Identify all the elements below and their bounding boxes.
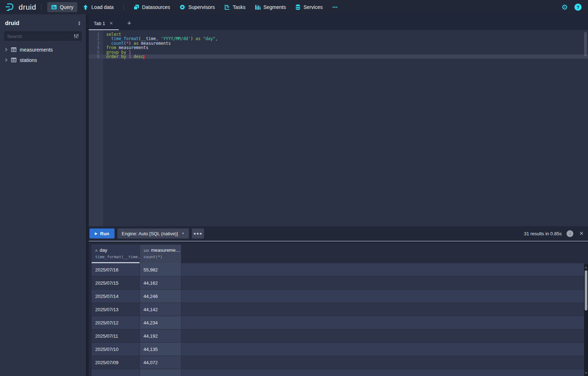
table-row[interactable]: 2025/07/1244,234 xyxy=(92,316,584,329)
cell-measurements[interactable]: 44,142 xyxy=(140,303,181,316)
datasources-icon xyxy=(133,4,139,10)
close-results-icon[interactable]: ✕ xyxy=(579,230,584,237)
column-expression: count(*) xyxy=(144,255,181,259)
more-icon xyxy=(332,4,338,10)
database-icon xyxy=(295,4,301,10)
cell-measurements[interactable]: 44,162 xyxy=(140,276,181,289)
top-navbar: druid QueryLoad dataDatasourcesSuperviso… xyxy=(0,0,588,14)
table-row[interactable]: 2025/07/1655,982 xyxy=(92,263,584,276)
cell-measurements[interactable]: 44,135 xyxy=(140,343,181,356)
engine-select-button[interactable]: Engine: Auto [SQL (native)] ▼ xyxy=(117,228,189,238)
nav-item-more[interactable] xyxy=(328,2,342,12)
engine-label: Engine: Auto [SQL (native)] xyxy=(122,231,178,236)
plus-icon[interactable]: + xyxy=(123,17,135,29)
druid-logo-icon xyxy=(5,3,16,11)
code-line-4: 4from measurements xyxy=(89,45,588,50)
table-row[interactable]: 2025/07/1144,192 xyxy=(92,329,584,343)
cell-measurements[interactable]: 44,192 xyxy=(140,329,181,342)
nav-item-services[interactable]: Services xyxy=(291,2,327,12)
line-number: 2 xyxy=(89,37,103,41)
gantt-icon xyxy=(224,4,230,10)
nav-item-tasks[interactable]: Tasks xyxy=(220,2,249,12)
cell-measurements[interactable] xyxy=(140,369,181,376)
table-row[interactable]: 2025/07/0944,072 xyxy=(92,356,584,369)
more-options-button[interactable]: ●●● xyxy=(192,228,204,238)
column-expression: time_format(__time,… xyxy=(95,255,140,259)
table-icon xyxy=(11,47,16,52)
number-type-icon: 123 xyxy=(144,249,149,252)
gear-icon[interactable]: ⚙ xyxy=(562,4,568,11)
filter-sliders-icon[interactable] xyxy=(74,34,79,39)
results-info: 31 results in 0.85s xyxy=(524,231,562,236)
editor-gutter xyxy=(89,30,103,226)
nav-item-supervisors[interactable]: Supervisors xyxy=(175,2,219,12)
cell-day[interactable]: 2025/07/13 xyxy=(92,303,140,316)
nav-item-load-data[interactable]: Load data xyxy=(79,2,117,12)
cell-day[interactable]: 2025/07/11 xyxy=(92,329,140,342)
help-icon[interactable]: ? xyxy=(574,4,582,11)
nav-item-datasources[interactable]: Datasources xyxy=(130,2,174,12)
results-scrollbar[interactable]: ▲ ▼ xyxy=(584,264,588,376)
cell-measurements[interactable]: 44,072 xyxy=(140,356,181,369)
cell-measurements[interactable]: 44,234 xyxy=(140,316,181,329)
code-token: , xyxy=(215,36,218,41)
double-caret-vertical-icon[interactable]: ▲▼ xyxy=(78,21,81,26)
search-input[interactable] xyxy=(7,34,74,39)
cell-day[interactable]: 2025/07/14 xyxy=(92,290,140,303)
cell-day[interactable]: 2025/07/16 xyxy=(92,263,140,276)
row-filler xyxy=(181,356,584,369)
code-token: as xyxy=(195,36,200,41)
close-icon[interactable]: ✕ xyxy=(110,21,113,26)
sql-editor[interactable]: 1select2 time_format(__time, 'YYYY/MM/dd… xyxy=(89,30,588,226)
table-row[interactable]: 2025/07/1544,162 xyxy=(92,276,584,290)
table-row[interactable]: 2025/07/1044,135 xyxy=(92,343,584,356)
cell-day[interactable] xyxy=(92,369,140,376)
row-filler xyxy=(181,276,584,289)
scroll-down-icon[interactable]: ▼ xyxy=(584,370,588,375)
brand[interactable]: druid xyxy=(0,3,36,11)
line-number: 3 xyxy=(89,41,103,45)
nav-label: Query xyxy=(60,4,73,10)
nav-item-segments[interactable]: Segments xyxy=(251,2,290,12)
nav-label: Datasources xyxy=(142,4,170,10)
query-workspace: Tab 1 ✕ + 1select2 time_format(__time, '… xyxy=(89,14,588,376)
column-header-day[interactable]: Adaytime_format(__time,… xyxy=(92,245,140,263)
tab-label: Tab 1 xyxy=(94,21,105,26)
column-name: measureme… xyxy=(151,247,180,253)
cell-day[interactable]: 2025/07/10 xyxy=(92,343,140,356)
tree-item-stations[interactable]: stations xyxy=(0,55,86,65)
cell-measurements[interactable]: 44,246 xyxy=(140,290,181,303)
nav-item-query[interactable]: Query xyxy=(47,2,77,12)
line-number: 5 xyxy=(89,50,103,54)
schema-sidebar: druid ▲▼ measurementsstations xyxy=(0,14,86,376)
row-filler xyxy=(181,343,584,356)
code-line-6: 6order by 1 desc xyxy=(89,54,588,59)
cell-day[interactable]: 2025/07/12 xyxy=(92,316,140,329)
run-bar: ▶ Run Engine: Auto [SQL (native)] ▼ ●●● … xyxy=(89,226,588,242)
run-button[interactable]: ▶ Run xyxy=(89,228,115,238)
table-row[interactable] xyxy=(92,369,584,376)
stacked-chart-icon xyxy=(255,4,261,10)
scrollbar-thumb[interactable] xyxy=(585,270,587,310)
main-nav: QueryLoad dataDatasourcesSupervisorsTask… xyxy=(47,0,342,14)
table-row[interactable]: 2025/07/1344,142 xyxy=(92,303,584,316)
tab-tab1[interactable]: Tab 1 ✕ xyxy=(89,17,119,30)
editor-scrollbar-thumb[interactable] xyxy=(584,32,587,56)
text-cursor xyxy=(144,55,144,59)
results-header: Adaytime_format(__time,…123measureme…cou… xyxy=(92,245,584,263)
chevron-right-icon xyxy=(5,48,8,51)
table-tree: measurementsstations xyxy=(0,44,86,65)
cell-measurements[interactable]: 55,982 xyxy=(140,263,181,276)
row-filler xyxy=(181,263,584,276)
table-row[interactable]: 2025/07/1444,246 xyxy=(92,290,584,303)
scroll-up-icon[interactable]: ▲ xyxy=(584,265,588,270)
nav-label: Services xyxy=(303,4,323,10)
cell-day[interactable]: 2025/07/09 xyxy=(92,356,140,369)
tree-item-measurements[interactable]: measurements xyxy=(0,44,86,55)
cell-day[interactable]: 2025/07/15 xyxy=(92,276,140,289)
row-filler xyxy=(181,303,584,316)
topbar-divider xyxy=(41,4,42,11)
topbar-divider xyxy=(123,4,124,11)
column-header-measureme…[interactable]: 123measureme…count(*) xyxy=(140,245,181,263)
download-icon[interactable]: ↓ xyxy=(567,230,573,237)
